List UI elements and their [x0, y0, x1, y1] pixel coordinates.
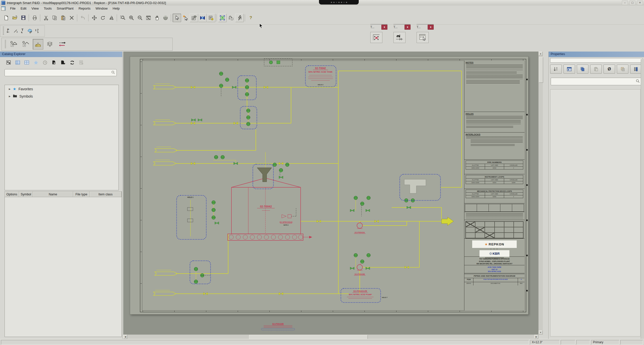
- view-mode-cell[interactable]: Primary: [591, 340, 619, 344]
- cloud-tool-icon[interactable]: [27, 28, 33, 34]
- export-file-icon[interactable]: [60, 60, 66, 66]
- new-document-icon[interactable]: [2, 14, 11, 22]
- save-icon[interactable]: [19, 14, 28, 22]
- leader-tool-icon[interactable]: 3: [13, 28, 19, 34]
- minimize-button[interactable]: –: [622, 1, 628, 5]
- instrument-bubbles[interactable]: [194, 72, 415, 283]
- tree-view-icon[interactable]: [630, 65, 642, 74]
- column-header-options[interactable]: Options: [5, 192, 19, 197]
- nitric-acid-tank[interactable]: 02-T0042: [228, 178, 312, 240]
- close-toolbar-button[interactable]: x: [381, 25, 387, 30]
- menu-smartplant[interactable]: SmartPlant: [54, 6, 76, 11]
- column-header-name[interactable]: Name: [33, 192, 73, 197]
- swap-direction-icon[interactable]: [57, 39, 67, 50]
- column-header-symbol[interactable]: Symbol: [19, 192, 33, 197]
- menu-file[interactable]: File: [8, 6, 18, 11]
- spec-break[interactable]: 02-SPEC0043 NOTE 2: [279, 214, 293, 226]
- drawing-canvas[interactable]: 02-T0042 02-SPEC0043 NOTE 2 02-P0043A: [123, 52, 538, 334]
- move-icon[interactable]: [90, 14, 99, 22]
- replace-symbol-icon[interactable]: 1: [9, 39, 19, 50]
- open-file-icon[interactable]: [11, 14, 19, 22]
- route-connector-icon[interactable]: [227, 14, 235, 22]
- list-view-icon[interactable]: [15, 60, 21, 66]
- scroll-up-button[interactable]: ▲: [539, 52, 543, 56]
- history-icon[interactable]: [42, 60, 48, 66]
- horizontal-scrollbar[interactable]: ◀ ▶: [123, 334, 538, 339]
- highlight-target-icon[interactable]: [218, 14, 227, 22]
- scroll-down-button[interactable]: ▼: [539, 330, 543, 334]
- isometric-break-icon[interactable]: [235, 14, 244, 22]
- horizontal-scroll-thumb[interactable]: [249, 335, 368, 339]
- delete-points-icon[interactable]: [370, 32, 382, 43]
- properties-search-input[interactable]: [552, 78, 634, 84]
- tree-item-symbols[interactable]: ▶ Symbols: [5, 92, 118, 99]
- toolbar-grip[interactable]: [3, 27, 4, 35]
- close-button[interactable]: ✕: [637, 1, 643, 5]
- offpage-connectors[interactable]: [153, 84, 177, 295]
- drawing-document-icon[interactable]: [1, 6, 6, 11]
- properties-scrollbar[interactable]: [641, 59, 644, 339]
- piping-valves[interactable]: [191, 86, 409, 295]
- copy-properties-icon[interactable]: [577, 65, 588, 74]
- print-icon[interactable]: [30, 14, 39, 22]
- select-tool-icon[interactable]: [173, 14, 181, 22]
- zoom-area-icon[interactable]: [118, 14, 127, 22]
- catalog-search-input[interactable]: [6, 70, 110, 75]
- place-item-icon[interactable]: [181, 14, 190, 22]
- scroll-left-button[interactable]: ◀: [123, 335, 127, 339]
- mirror-icon[interactable]: [107, 14, 116, 22]
- toolbar-grip[interactable]: [5, 40, 6, 49]
- zoom-in-icon[interactable]: [127, 14, 136, 22]
- text-line-tool-icon[interactable]: t: [34, 28, 40, 34]
- search-icon[interactable]: [636, 79, 640, 84]
- fit-view-icon[interactable]: [144, 14, 153, 22]
- pump-a[interactable]: 02-P0043A: [354, 222, 366, 234]
- run-macro-icon[interactable]: [51, 60, 57, 66]
- properties-filter-combo[interactable]: ▾: [550, 58, 642, 63]
- detail-view-icon[interactable]: [24, 60, 30, 66]
- find-icon[interactable]: [198, 14, 207, 22]
- properties-grid-empty[interactable]: [550, 89, 640, 336]
- report-icon[interactable]: [207, 14, 215, 22]
- menu-window[interactable]: Window: [93, 6, 110, 11]
- label-tool-icon[interactable]: P: [6, 28, 12, 34]
- menu-reports[interactable]: Reports: [76, 6, 93, 11]
- refresh-catalog-icon[interactable]: [69, 60, 75, 66]
- expand-arrow-icon[interactable]: ▶: [9, 95, 11, 98]
- expand-arrow-icon[interactable]: ▶: [9, 88, 11, 90]
- column-header-filetype[interactable]: File type: [73, 192, 90, 197]
- delete-icon[interactable]: [67, 14, 76, 22]
- text-tool-icon[interactable]: T: [20, 28, 26, 34]
- vertical-scroll-thumb[interactable]: [539, 57, 543, 83]
- control-valves[interactable]: [191, 86, 411, 270]
- show-dialog-icon[interactable]: [564, 65, 575, 74]
- menu-tools[interactable]: Tools: [41, 6, 54, 11]
- tree-item-favorites[interactable]: ▶ ★ Favorites: [5, 85, 118, 92]
- copy-icon[interactable]: [50, 14, 59, 22]
- pan-icon[interactable]: [153, 14, 161, 22]
- cut-icon[interactable]: [42, 14, 50, 22]
- refresh-view-icon[interactable]: [161, 14, 170, 22]
- measure-distance-icon[interactable]: [393, 32, 406, 43]
- bring-forward-icon[interactable]: [45, 39, 55, 50]
- help-icon[interactable]: ?: [247, 14, 255, 22]
- close-toolbar-button[interactable]: x: [405, 25, 411, 30]
- menu-view[interactable]: View: [29, 6, 41, 11]
- close-toolbar-button[interactable]: x: [428, 25, 434, 30]
- zoom-out-icon[interactable]: [136, 14, 144, 22]
- menu-edit[interactable]: Edit: [18, 6, 29, 11]
- favorites-icon[interactable]: [33, 60, 39, 66]
- search-icon[interactable]: [111, 70, 115, 75]
- vertical-scrollbar[interactable]: ▲ ▼: [538, 52, 543, 334]
- place-symbol-icon[interactable]: 2: [21, 39, 31, 50]
- empty-value-icon[interactable]: Ø: [603, 65, 615, 74]
- menu-help[interactable]: Help: [110, 6, 122, 11]
- insert-symbol-icon[interactable]: [33, 39, 43, 50]
- sort-properties-icon[interactable]: [550, 65, 562, 74]
- pid-drawing-sheet[interactable]: 02-T0042 02-SPEC0043 NOTE 2 02-P0043A: [130, 57, 528, 314]
- scroll-right-button[interactable]: ▶: [534, 335, 538, 339]
- paste-icon[interactable]: [59, 14, 67, 22]
- undo-icon[interactable]: [79, 14, 87, 22]
- symbol-view-icon[interactable]: [6, 60, 12, 66]
- maximize-button[interactable]: ▢: [629, 1, 635, 5]
